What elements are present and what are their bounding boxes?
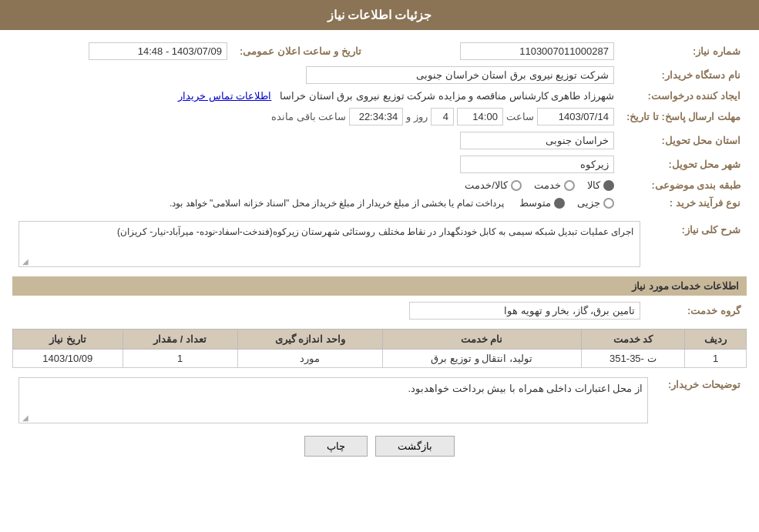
saatBaqi-label: ساعت باقی مانده [271,111,346,122]
radio-motavaset-label: متوسط [519,197,551,209]
cell-radif: 1 [685,350,747,368]
back-button[interactable]: بازگشت [375,436,455,457]
page-title: جزئیات اطلاعات نیاز [327,8,432,22]
radio-kala[interactable]: کالا [587,179,614,191]
saatBaqi-value: 22:34:34 [349,108,403,125]
col-tedad: تعداد / مقدار [123,330,237,350]
radio-kala-label: کالا [587,179,600,191]
namDasgah-label: نام دستگاه خریدار: [620,63,747,87]
cell-kod: ت -35-351 [581,350,685,368]
cell-tedad: 1 [123,350,237,368]
col-kod: کد خدمت [581,330,685,350]
noFarayand-notice: پرداخت تمام یا بخشی از مبلغ خریدار از مب… [170,198,504,209]
groh-khadamat-table: گروه خدمت: تامین برق، گاز، بخار و تهویه … [12,299,747,323]
tozihatKharidar-value: از محل اعتبارات داخلی همراه با بیش برداخ… [408,383,643,394]
grohKhadamat-value: تامین برق، گاز، بخار و تهویه هوا [409,302,640,320]
radio-jozi-label: جزیی [577,197,600,209]
col-tarikh: تاریخ نیاز [13,330,123,350]
cell-tarikh: 1403/10/09 [13,350,123,368]
resize-handle-2: ◢ [21,413,29,421]
radio-khadamat-circle [564,180,575,191]
shahr-value: زیرکوه [460,156,614,173]
radio-kala-circle [603,180,614,191]
col-vahed: واحد اندازه گیری [237,330,382,350]
services-table: ردیف کد خدمت نام خدمت واحد اندازه گیری ت… [12,329,747,368]
ijadKanande-link[interactable]: اطلاعات تماس خریدار [178,90,271,102]
page-wrapper: جزئیات اطلاعات نیاز شماره نیاز: 11030070… [0,0,759,532]
col-nam: نام خدمت [382,330,581,350]
radio-khadamat-label: خدمت [534,179,561,191]
noFarayand-group: جزیی متوسط [519,197,614,209]
noFarayand-row: جزیی متوسط پرداخت تمام یا بخشی از مبلغ خ… [18,197,614,209]
tarkhVaSaat-value: 1403/07/09 - 14:48 [89,42,227,60]
shomareNiaz-label: شماره نیاز: [620,39,747,63]
cell-nam: تولید، انتقال و توزیع برق [382,350,581,368]
radio-kala-khadamat[interactable]: کالا/خدمت [465,179,522,191]
ostan-value: خراسان جنوبی [460,132,614,149]
cell-vahed: مورد [237,350,382,368]
namDasgah-value: شرکت توزیع نیروی برق استان خراسان جنوبی [306,66,614,84]
info-table-top: شماره نیاز: 1103007011000287 تاریخ و ساع… [12,39,747,212]
col-radif: ردیف [685,330,747,350]
mohlatErsalPasokh-row: 1403/07/14 ساعت 14:00 4 روز و 22:34:34 س… [18,108,614,125]
radio-kala-khadamat-label: کالا/خدمت [465,179,508,191]
table-row: 1 ت -35-351 تولید، انتقال و توزیع برق مو… [13,350,747,368]
saat-value: 14:00 [457,108,503,125]
shomareNiaz-value: 1103007011000287 [460,42,614,60]
radio-motavaset[interactable]: متوسط [519,197,565,209]
grohKhadamat-label: گروه خدمت: [646,299,747,323]
ijadKanande-value: شهرزاد طاهری کارشناس مناقصه و مزایده شرک… [280,90,614,102]
ostan-label: استان محل تحویل: [620,129,747,152]
radio-jozi[interactable]: جزیی [577,197,614,209]
ijadKanande-label: ایجاد کننده درخواست: [620,87,747,105]
page-header: جزئیات اطلاعات نیاز [0,0,759,30]
tabaqebandi-label: طبقه بندی موضوعی: [620,176,747,194]
saat-label: ساعت [506,111,534,122]
mohlatErsalPasokh-date: 1403/07/14 [537,108,614,125]
sharh-table: شرح کلی نیاز: اجرای عملیات تبدیل شبکه سی… [12,218,747,270]
tozihatKharidar-box: از محل اعتبارات داخلی همراه با بیش برداخ… [18,377,648,423]
khadamat-section-header: اطلاعات خدمات مورد نیاز [12,276,747,296]
resize-handle: ◢ [21,257,29,265]
shahr-label: شهر محل تحویل: [620,152,747,176]
buttons-row: بازگشت چاپ [12,436,747,457]
radio-kala-khadamat-circle [511,180,522,191]
tozihat-table: توضیحات خریدار: از محل اعتبارات داخلی هم… [12,374,747,427]
sharhKoliNiaz-box: اجرای عملیات تبدیل شبکه سیمی به کابل خود… [18,221,640,267]
tarkhVaSaat-label: تاریخ و ساعت اعلان عمومی: [233,39,377,63]
rooz-value: 4 [431,108,454,125]
rooz-label: روز و [406,111,428,122]
radio-motavaset-circle [554,198,565,209]
content-area: شماره نیاز: 1103007011000287 تاریخ و ساع… [0,30,759,473]
sharhKoliNiaz-label: شرح کلی نیاز: [646,218,747,270]
sharhKoliNiaz-value: اجرای عملیات تبدیل شبکه سیمی به کابل خود… [117,226,633,237]
radio-khadamat[interactable]: خدمت [534,179,575,191]
noFarayand-label: نوع فرآیند خرید : [620,194,747,212]
mohlatErsalPasokh-label: مهلت ارسال پاسخ: تا تاریخ: [620,105,747,129]
radio-jozi-circle [603,198,614,209]
tozihatKharidar-label: توضیحات خریدار: [654,374,747,427]
print-button[interactable]: چاپ [304,436,368,457]
tabaqebandi-group: کالا خدمت کالا/خدمت [18,179,614,191]
